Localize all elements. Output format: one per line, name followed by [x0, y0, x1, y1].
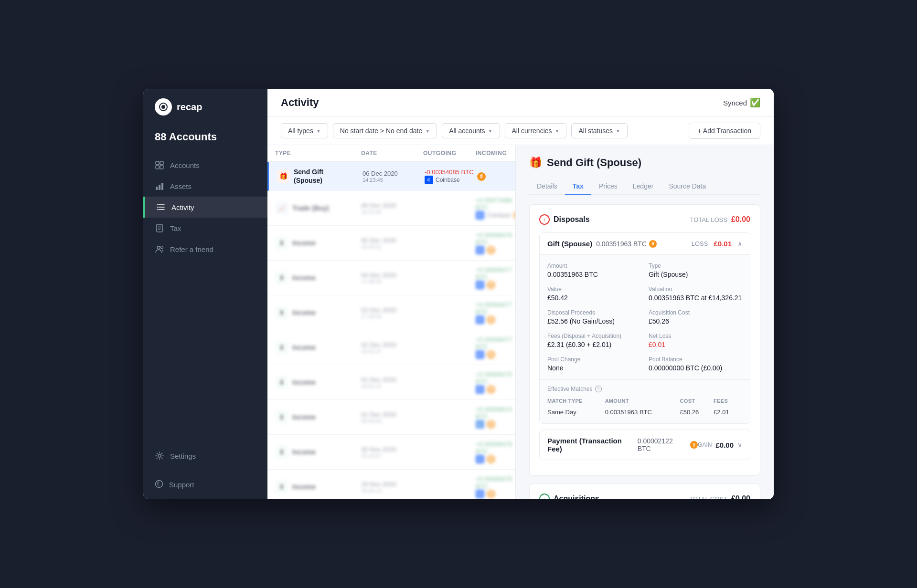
toolbar: All types ▼ No start date > No end date …	[267, 117, 774, 145]
tx-account: C ₿	[476, 385, 515, 394]
filter-statuses-label: All statuses	[578, 127, 613, 135]
add-transaction-label: + Add Transaction	[698, 127, 751, 135]
filter-accounts-button[interactable]: All accounts ▼	[442, 123, 500, 138]
gift-amount-value: 0.00351963 BTC	[596, 240, 647, 248]
logo-text: recap	[177, 102, 202, 113]
col-incoming: INCOMING	[476, 150, 516, 157]
sidebar-item-activity[interactable]: Activity	[143, 197, 267, 218]
table-row[interactable]: ⬇ Income 29 Nov 2020 16:00:13 +0.0000847…	[267, 470, 515, 499]
add-transaction-button[interactable]: + Add Transaction	[689, 123, 760, 139]
filter-date-label: No start date > No end date	[340, 127, 422, 135]
disposal-icon: ↑	[539, 214, 550, 225]
btc-icon: ₿	[487, 420, 495, 429]
tx-time: 15:20:51	[361, 244, 423, 250]
detail-row-pool-change: Pool Change None	[547, 356, 641, 372]
match-type-value: Same Day	[547, 407, 605, 418]
btc-icon: ₿	[487, 246, 495, 254]
tx-date: 03 Dec 2020	[361, 306, 423, 314]
tx-date-cell: 02 Dec 2020 15:01:47	[361, 341, 423, 354]
coinbase-logo: C	[476, 385, 484, 394]
tx-time: 14:23:45	[363, 177, 425, 183]
loss-label: LOSS	[692, 240, 708, 247]
tx-outgoing-amount: -0.00354085 BTC	[425, 168, 477, 176]
tab-tax[interactable]: Tax	[565, 178, 591, 195]
chevron-down-icon: ▼	[316, 128, 321, 134]
svg-point-14	[157, 209, 158, 210]
detail-row-amount: Amount 0.00351963 BTC	[547, 262, 641, 278]
tx-type-name: Send Gift(Spouse)	[294, 168, 323, 185]
tab-prices[interactable]: Prices	[591, 178, 625, 195]
luno-logo: L	[476, 420, 484, 429]
file-icon	[155, 223, 164, 233]
pool-change-label: Pool Change	[547, 356, 641, 363]
svg-rect-5	[160, 166, 163, 169]
table-row[interactable]: ⬇ Income 01 Dec 2020 05:04:03 +0.0000861…	[267, 400, 515, 435]
gift-item-name: Gift (Spouse)	[547, 240, 592, 248]
chevron-down-icon: ▼	[488, 128, 493, 134]
btc-icon: ₿	[487, 455, 495, 463]
sidebar-item-support[interactable]: Support	[155, 480, 256, 490]
sidebar-item-accounts[interactable]: Accounts	[143, 155, 267, 176]
detail-panel: 🎁 Send Gift (Spouse) Details Tax Prices …	[516, 145, 774, 499]
transaction-list-body: 🎁 Send Gift(Spouse) 06 Dec 2020 14:23:45…	[267, 162, 515, 499]
tab-details[interactable]: Details	[529, 178, 565, 195]
coinbase-logo: C	[476, 315, 484, 324]
coinbase-logo: C	[476, 281, 484, 289]
tx-type-name: Income	[292, 448, 316, 456]
table-row[interactable]: ⬇ Income 01 Dec 2020 16:01:22 +0.0000847…	[267, 365, 515, 400]
svg-point-23	[159, 485, 160, 485]
income-icon: ⬇	[275, 445, 288, 459]
tx-account: C ₿	[476, 246, 515, 254]
table-row[interactable]: 🎁 Send Gift(Spouse) 06 Dec 2020 14:23:45…	[267, 162, 515, 191]
tab-source-data[interactable]: Source Data	[661, 178, 714, 195]
tx-time: 05:04:03	[361, 418, 423, 424]
acquisitions-label: Acquisitions	[554, 494, 599, 499]
tx-date-cell: 29 Nov 2020 16:00:13	[361, 481, 423, 494]
net-loss-label: Net Loss	[649, 333, 742, 339]
filter-type-label: All types	[288, 127, 313, 135]
tx-date-cell: 06 Dec 2020 14:21:40	[361, 202, 423, 215]
detail-title: 🎁 Send Gift (Spouse)	[529, 157, 760, 169]
btc-icon: ₿	[477, 172, 486, 181]
tx-date-cell: 04 Dec 2020 17:38:55	[361, 272, 423, 284]
sidebar-item-refer[interactable]: Refer a friend	[143, 239, 267, 260]
table-row[interactable]: ⬇ Income 05 Dec 2020 15:20:51 +0.0000847…	[267, 226, 515, 261]
filter-currencies-button[interactable]: All currencies ▼	[505, 123, 567, 138]
filter-type-button[interactable]: All types ▼	[281, 123, 328, 138]
table-row[interactable]: 📈 Trade (Buy) 06 Dec 2020 14:21:40 +0.00…	[267, 191, 515, 226]
sidebar-item-assets[interactable]: Assets	[143, 176, 267, 197]
table-row[interactable]: ⬇ Income 04 Dec 2020 17:38:55 +0.0000847…	[267, 261, 515, 295]
filter-date-button[interactable]: No start date > No end date ▼	[333, 123, 437, 138]
gain-value: £0.00	[715, 441, 734, 449]
sidebar-item-settings[interactable]: Settings	[143, 445, 267, 466]
sidebar-bottom: Support	[143, 470, 267, 499]
tab-ledger[interactable]: Ledger	[625, 178, 661, 195]
type-value: Gift (Spouse)	[649, 271, 742, 278]
gift-item-toggle[interactable]: Gift (Spouse) 0.00351963 BTC ₿ LOSS £0.0…	[540, 233, 750, 254]
tx-incoming-cell: +0.00008477 BTC C ₿	[476, 301, 515, 324]
value-label: Value	[547, 286, 641, 293]
table-row[interactable]: ⬇ Income 03 Dec 2020 17:20:55 +0.0000847…	[267, 295, 515, 330]
page-title: Activity	[281, 96, 319, 109]
payment-fee-toggle[interactable]: Payment (Transaction Fee) 0.00002122 BTC…	[540, 430, 750, 460]
loss-value: £0.01	[714, 240, 732, 248]
acquisitions-title: ↓ Acquisitions	[539, 494, 599, 499]
svg-point-19	[157, 246, 160, 249]
disposals-total: TOTAL LOSS £0.00	[690, 215, 750, 224]
filter-accounts-label: All accounts	[449, 127, 485, 135]
sidebar-item-settings-label: Settings	[170, 452, 196, 460]
logo-icon	[155, 98, 172, 116]
gift-item-amount: 0.00351963 BTC ₿	[596, 240, 657, 248]
table-row[interactable]: ⬇ Income 30 Nov 2020 15:15:07 +0.0000847…	[267, 435, 515, 470]
transaction-list: TYPE DATE OUTGOING INCOMING 🎁 Send Gift(…	[267, 145, 516, 499]
fees-label: Fees (Disposal + Acquisition)	[547, 333, 641, 339]
chevron-down-icon: ∨	[737, 441, 742, 449]
sidebar-item-tax[interactable]: Tax	[143, 218, 267, 239]
tx-account: C ₿	[476, 281, 515, 289]
acquisitions-section: ↓ Acquisitions TOTAL COST £0.00 No acqui…	[529, 483, 760, 499]
total-cost-label: TOTAL COST	[689, 495, 727, 500]
filter-statuses-button[interactable]: All statuses ▼	[571, 123, 628, 138]
table-row[interactable]: ⬇ Income 02 Dec 2020 15:01:47 +0.0000847…	[267, 330, 515, 365]
tx-time: 17:38:55	[361, 279, 423, 284]
tx-account: C ₿	[476, 490, 515, 498]
